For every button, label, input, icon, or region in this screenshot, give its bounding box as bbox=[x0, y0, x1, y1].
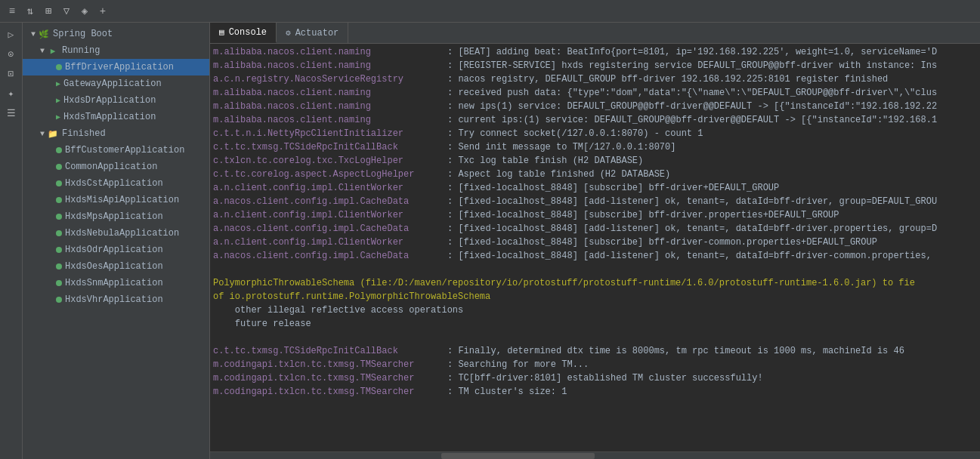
log-text: other illegal reflective access operatio… bbox=[213, 305, 463, 316]
log-msg: : Try connect socket(/127.0.0.1:8070) - … bbox=[447, 128, 703, 139]
log-source: a.nacos.client.config.impl.CacheData bbox=[213, 223, 447, 234]
log-text: future release bbox=[213, 319, 311, 329]
log-msg: : nacos registry, DEFAULT_GROUP bff-driv… bbox=[447, 74, 888, 85]
running-arrow-icon2: ▶ bbox=[56, 96, 60, 105]
sidebar-tree: ▼ 🌿 Spring Boot ▼ ▶ Running BffDriverApp… bbox=[23, 23, 210, 459]
log-source: m.codingapi.txlcn.tc.txmsg.TMSearcher bbox=[213, 373, 447, 384]
actuator-icon: ⚙ bbox=[286, 28, 291, 38]
common-label: CommonApplication bbox=[65, 162, 157, 172]
sidebar-item-hxds-dr[interactable]: ▶ HxdsDrApplication bbox=[23, 92, 209, 109]
toolbar-split-icon[interactable]: ⇅ bbox=[23, 4, 38, 19]
toolbar-menu-icon[interactable]: ≡ bbox=[5, 4, 20, 19]
log-source: m.codingapi.txlcn.tc.txmsg.TMSearcher bbox=[213, 387, 447, 397]
sidebar-item-hxds-vhr[interactable]: HxdsVhrApplication bbox=[23, 291, 209, 308]
finished-label: Finished bbox=[62, 128, 106, 139]
hxds-cst-label: HxdsCstApplication bbox=[65, 178, 163, 189]
log-msg: : Txc log table finish (H2 DATABASE) bbox=[447, 156, 643, 166]
log-line: m.alibaba.nacos.client.naming: [REGISTER… bbox=[210, 59, 980, 72]
toolbar-add-icon[interactable]: + bbox=[95, 4, 110, 19]
toolbar-filter-icon[interactable]: ▽ bbox=[59, 4, 74, 19]
sidebar-item-hxds-nebula[interactable]: HxdsNebulaApplication bbox=[23, 225, 209, 242]
console-icon: ▤ bbox=[219, 27, 224, 37]
console-tab-label: Console bbox=[229, 27, 267, 38]
log-source: c.t.tc.txmsg.TCSideRpcInitCallBack bbox=[213, 346, 447, 356]
left-icon-bar: ▷ ⊙ ⊡ ✦ ☰ bbox=[0, 23, 23, 459]
log-line: PolymorphicThrowableSchema (file:/D:/mav… bbox=[210, 276, 980, 290]
bff-driver-label: BffDriverApplication bbox=[65, 62, 174, 72]
hxds-mis-label: HxdsMisApiApplication bbox=[65, 195, 179, 205]
log-source: a.c.n.registry.NacosServiceRegistry bbox=[213, 74, 447, 85]
sidebar-item-hxds-oes[interactable]: HxdsOesApplication bbox=[23, 258, 209, 275]
log-msg: : [fixed-localhost_8848] [subscribe] bff… bbox=[447, 183, 779, 193]
horizontal-scrollbar[interactable] bbox=[210, 451, 980, 459]
fin-dot-icon-0 bbox=[56, 147, 62, 153]
running-dot-icon bbox=[56, 64, 62, 70]
fin-dot-icon-2 bbox=[56, 180, 62, 186]
left-icon-run[interactable]: ▷ bbox=[2, 26, 20, 44]
log-line: a.nacos.client.config.impl.CacheData: [f… bbox=[210, 222, 980, 236]
log-source: m.alibaba.nacos.client.naming bbox=[213, 60, 447, 71]
log-msg: : received push data: {"type":"dom","dat… bbox=[447, 88, 937, 98]
left-icon-star[interactable]: ✦ bbox=[2, 85, 20, 103]
log-line: a.nacos.client.config.impl.CacheData: [f… bbox=[210, 249, 980, 263]
running-arrow-icon3: ▶ bbox=[56, 112, 60, 122]
fin-dot-icon-7 bbox=[56, 263, 62, 270]
fin-dot-icon-3 bbox=[56, 197, 62, 203]
log-source: m.alibaba.nacos.client.naming bbox=[213, 47, 447, 57]
log-msg: : Searching for more TM... bbox=[447, 359, 589, 370]
log-line: c.txlcn.tc.corelog.txc.TxcLogHelper: Txc… bbox=[210, 154, 980, 168]
running-arrow-icon: ▶ bbox=[56, 79, 60, 88]
log-line: m.codingapi.txlcn.tc.txmsg.TMSearcher: S… bbox=[210, 358, 980, 371]
log-line: m.alibaba.nacos.client.naming: received … bbox=[210, 86, 980, 100]
spring-boot-label: Spring Boot bbox=[53, 29, 113, 39]
scrollbar-thumb[interactable] bbox=[441, 453, 595, 459]
log-msg: : [fixed-localhost_8848] [subscribe] bff… bbox=[447, 237, 877, 248]
toolbar-grid-icon[interactable]: ⊞ bbox=[41, 4, 56, 19]
log-line: other illegal reflective access operatio… bbox=[210, 303, 980, 317]
log-line: c.t.tc.corelog.aspect.AspectLogHelper: A… bbox=[210, 168, 980, 181]
log-line bbox=[210, 263, 980, 276]
spring-icon: 🌿 bbox=[38, 28, 50, 40]
sidebar-item-spring-boot[interactable]: ▼ 🌿 Spring Boot bbox=[23, 26, 209, 42]
fin-dot-icon-5 bbox=[56, 230, 62, 236]
log-source: c.txlcn.tc.corelog.txc.TxcLogHelper bbox=[213, 156, 447, 166]
sidebar-item-hxds-snm[interactable]: HxdsSnmApplication bbox=[23, 275, 209, 291]
sidebar-item-hxds-mis[interactable]: HxdsMisApiApplication bbox=[23, 192, 209, 208]
arrow-placeholder2 bbox=[47, 79, 56, 88]
hxds-snm-label: HxdsSnmApplication bbox=[65, 278, 163, 288]
sidebar-item-hxds-tm[interactable]: ▶ HxdsTmApplication bbox=[23, 109, 209, 125]
log-msg: : [fixed-localhost_8848] [add-listener] … bbox=[447, 196, 937, 207]
left-icon-list[interactable]: ☰ bbox=[2, 104, 20, 122]
sidebar-item-finished[interactable]: ▼ 📁 Finished bbox=[23, 125, 209, 142]
toolbar-pin-icon[interactable]: ◈ bbox=[77, 4, 92, 19]
sidebar-item-gateway[interactable]: ▶ GatewayApplication bbox=[23, 75, 209, 92]
sidebar-item-bff-driver[interactable]: BffDriverApplication bbox=[23, 59, 209, 75]
sidebar-item-common[interactable]: CommonApplication bbox=[23, 159, 209, 175]
log-msg: : Aspect log table finished (H2 DATABASE… bbox=[447, 169, 670, 180]
log-msg: : [REGISTER-SERVICE] hxds registering se… bbox=[447, 60, 937, 71]
log-source: a.n.client.config.impl.ClientWorker bbox=[213, 183, 447, 193]
console-output[interactable]: m.alibaba.nacos.client.naming: [BEAT] ad… bbox=[210, 44, 980, 451]
log-msg: : TC[bff-driver:8101] established TM clu… bbox=[447, 373, 763, 384]
sidebar-item-running[interactable]: ▼ ▶ Running bbox=[23, 42, 209, 59]
left-icon-debug[interactable]: ⊙ bbox=[2, 45, 20, 63]
hxds-vhr-label: HxdsVhrApplication bbox=[65, 294, 163, 305]
log-line: m.alibaba.nacos.client.naming: current i… bbox=[210, 113, 980, 127]
fin-dot-icon-9 bbox=[56, 297, 62, 303]
sidebar-item-hxds-mps[interactable]: HxdsMpsApplication bbox=[23, 208, 209, 225]
log-line bbox=[210, 331, 980, 344]
log-line: m.alibaba.nacos.client.naming: [BEAT] ad… bbox=[210, 45, 980, 59]
gateway-label: GatewayApplication bbox=[63, 79, 162, 89]
log-line: a.c.n.registry.NacosServiceRegistry: nac… bbox=[210, 72, 980, 86]
left-icon-structure[interactable]: ⊡ bbox=[2, 65, 20, 83]
sidebar-item-hxds-odr[interactable]: HxdsOdrApplication bbox=[23, 242, 209, 258]
main-content: ▷ ⊙ ⊡ ✦ ☰ ▼ 🌿 Spring Boot ▼ ▶ Running Bf… bbox=[0, 23, 980, 459]
finished-folder-icon: 📁 bbox=[47, 128, 59, 140]
tab-console[interactable]: ▤ Console bbox=[210, 23, 277, 43]
tab-actuator[interactable]: ⚙ Actuator bbox=[277, 23, 348, 43]
sidebar-item-hxds-cst[interactable]: HxdsCstApplication bbox=[23, 175, 209, 192]
hxds-oes-label: HxdsOesApplication bbox=[65, 261, 163, 272]
log-line: c.t.tc.txmsg.TCSideRpcInitCallBack: Send… bbox=[210, 140, 980, 154]
log-line: of io.protostuff.runtime.PolymorphicThro… bbox=[210, 290, 980, 303]
sidebar-item-bff-customer[interactable]: BffCustomerApplication bbox=[23, 142, 209, 159]
